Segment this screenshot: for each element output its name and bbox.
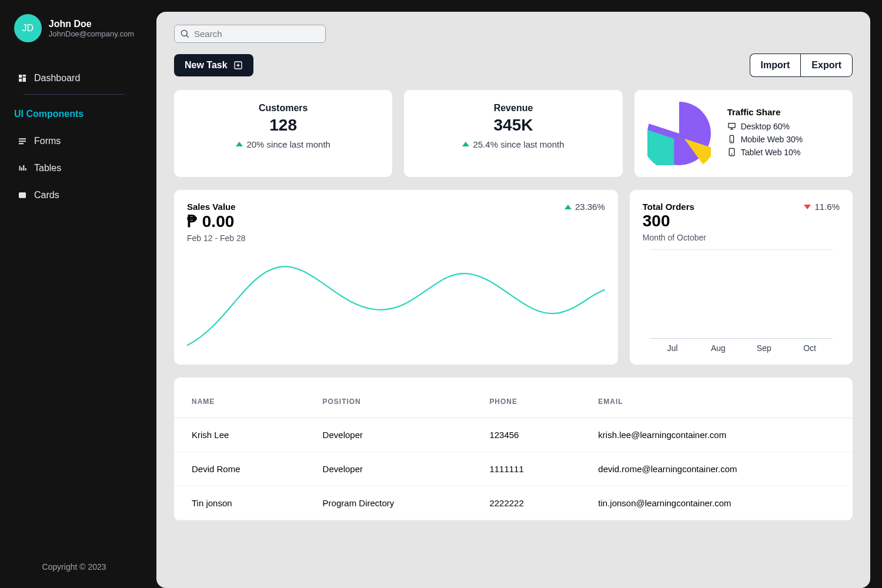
cell-email: devid.rome@learningcontainer.com	[580, 452, 853, 486]
stat-label: Customers	[187, 103, 379, 113]
orders-value: 300	[643, 212, 706, 230]
orders-title: Total Orders	[643, 202, 706, 212]
orders-sub: Month of October	[643, 233, 706, 242]
revenue-card: Revenue 345K 25.4% since last month	[404, 90, 622, 177]
traffic-pie-chart	[647, 102, 711, 165]
caret-up-icon	[462, 142, 469, 146]
sidebar-item-label: Dashboard	[34, 73, 80, 83]
traffic-legend: Traffic Share Desktop 60% Mobile Web 30%…	[727, 107, 840, 161]
bar-label: Sep	[741, 343, 787, 353]
sidebar-item-dashboard[interactable]: Dashboard	[0, 65, 148, 92]
caret-up-icon	[564, 205, 572, 209]
forms-icon	[18, 136, 27, 146]
stat-change: 25.4% since last month	[462, 139, 564, 149]
cell-email: tin.jonson@learningcontainer.com	[580, 486, 853, 520]
import-button[interactable]: Import	[750, 54, 801, 77]
stat-label: Revenue	[417, 103, 609, 113]
bar-label: Jul	[650, 343, 696, 353]
sidebar-item-label: Forms	[34, 136, 61, 146]
orders-bar-chart: JulAugSepOct	[643, 247, 840, 353]
bar-label: Aug	[696, 343, 741, 353]
sidebar: JD John Doe JohnDoe@company.com Dashboar…	[0, 0, 148, 588]
export-button[interactable]: Export	[800, 54, 853, 77]
tables-icon	[18, 163, 27, 173]
legend-desktop: Desktop 60%	[727, 122, 840, 131]
sidebar-item-label: Tables	[34, 163, 61, 173]
desktop-icon	[727, 122, 736, 131]
main-panel: New Task Import Export Customers 128 20%…	[156, 12, 870, 588]
tablet-icon	[727, 148, 736, 156]
cell-email: krish.lee@learningcontainer.com	[580, 418, 853, 452]
cell-position: Developer	[305, 418, 472, 452]
cell-position: Program Directory	[305, 486, 472, 520]
caret-down-icon	[804, 205, 811, 209]
col-phone: PHONE	[472, 386, 580, 418]
divider	[24, 94, 125, 95]
button-label: New Task	[185, 60, 228, 71]
sidebar-item-label: Cards	[34, 190, 59, 201]
plus-square-icon	[233, 61, 243, 70]
table-row[interactable]: Tin jonsonProgram Directory2222222tin.jo…	[174, 486, 853, 520]
stat-change: 20% since last month	[236, 139, 330, 149]
cell-phone: 1111111	[472, 452, 580, 486]
table-row[interactable]: Krish LeeDeveloper123456krish.lee@learni…	[174, 418, 853, 452]
sidebar-item-forms[interactable]: Forms	[0, 128, 148, 155]
cell-name: Devid Rome	[174, 452, 305, 486]
col-position: POSITION	[305, 386, 472, 418]
sales-change: 23.36%	[564, 202, 605, 212]
cell-position: Developer	[305, 452, 472, 486]
search-wrap[interactable]	[174, 25, 326, 43]
sales-value: ₱ 0.00	[187, 212, 246, 231]
nav: Dashboard UI Components Forms Tables Car…	[0, 56, 148, 555]
sidebar-item-cards[interactable]: Cards	[0, 182, 148, 209]
stat-value: 128	[187, 116, 379, 135]
bar-label: Oct	[787, 343, 833, 353]
sales-range: Feb 12 - Feb 28	[187, 233, 246, 243]
orders-card: Total Orders 300 Month of October 11.6% …	[630, 190, 853, 365]
traffic-card: Traffic Share Desktop 60% Mobile Web 30%…	[634, 90, 853, 177]
legend-mobile: Mobile Web 30%	[727, 135, 840, 144]
users-table: NAME POSITION PHONE EMAIL Krish LeeDevel…	[174, 386, 853, 520]
svg-rect-0	[19, 192, 26, 198]
search-input[interactable]	[194, 29, 319, 39]
table-row[interactable]: Devid RomeDeveloper1111111devid.rome@lea…	[174, 452, 853, 486]
sales-line-chart	[187, 248, 605, 346]
cell-phone: 123456	[472, 418, 580, 452]
users-table-card: NAME POSITION PHONE EMAIL Krish LeeDevel…	[174, 377, 853, 520]
col-name: NAME	[174, 386, 305, 418]
sales-title: Sales Value	[187, 202, 246, 212]
stat-value: 345K	[417, 116, 609, 135]
profile-block: JD John Doe JohnDoe@company.com	[0, 14, 148, 56]
dashboard-icon	[18, 74, 27, 83]
legend-tablet: Tablet Web 10%	[727, 148, 840, 157]
orders-change: 11.6%	[804, 202, 840, 212]
new-task-button[interactable]: New Task	[174, 54, 253, 76]
col-email: EMAIL	[580, 386, 853, 418]
table-header-row: NAME POSITION PHONE EMAIL	[174, 386, 853, 418]
sidebar-item-tables[interactable]: Tables	[0, 155, 148, 182]
action-row: New Task Import Export	[174, 54, 853, 77]
sales-card: Sales Value ₱ 0.00 Feb 12 - Feb 28 23.36…	[174, 190, 618, 365]
user-name: John Doe	[49, 19, 134, 29]
traffic-title: Traffic Share	[727, 107, 840, 117]
mobile-icon	[727, 135, 736, 143]
cell-phone: 2222222	[472, 486, 580, 520]
avatar[interactable]: JD	[14, 14, 42, 42]
user-email: JohnDoe@company.com	[49, 29, 134, 38]
import-export-group: Import Export	[750, 54, 853, 77]
search-icon	[181, 29, 189, 38]
cards-icon	[18, 191, 27, 200]
svg-point-6	[731, 154, 732, 155]
copyright-text: Copyright © 2023	[0, 555, 148, 574]
cell-name: Tin jonson	[174, 486, 305, 520]
customers-card: Customers 128 20% since last month	[174, 90, 392, 177]
cell-name: Krish Lee	[174, 418, 305, 452]
svg-rect-2	[729, 123, 735, 128]
caret-up-icon	[236, 142, 243, 146]
nav-heading-ui-components[interactable]: UI Components	[0, 97, 148, 128]
svg-point-4	[731, 141, 732, 142]
